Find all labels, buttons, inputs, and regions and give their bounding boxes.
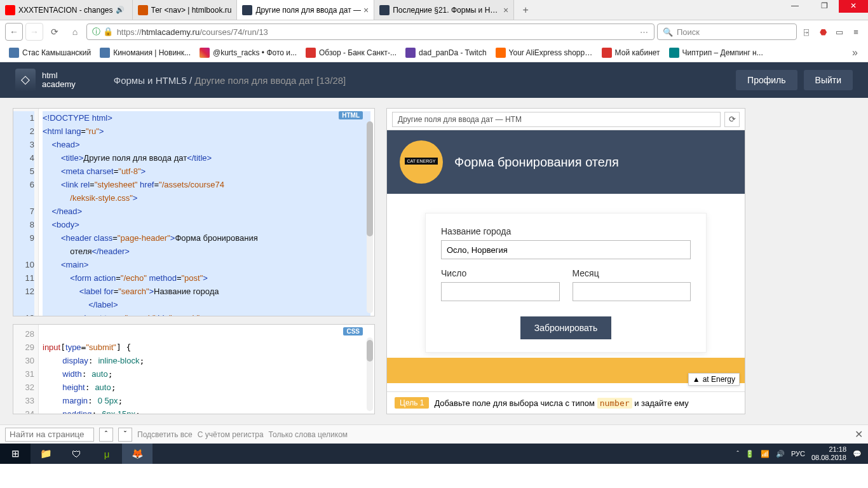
site-icon bbox=[138, 5, 148, 15]
clock[interactable]: 21:18 08.08.2018 bbox=[811, 445, 846, 462]
highlight-all-option[interactable]: Подсветить все bbox=[137, 430, 193, 439]
submit-button[interactable]: Забронировать bbox=[520, 316, 611, 339]
breadcrumb-section[interactable]: Формы и HTML5 bbox=[114, 75, 187, 86]
tab-label: XXXTENTACION - changes bbox=[18, 6, 113, 15]
back-button[interactable]: ← bbox=[5, 23, 23, 41]
code-area[interactable]: input[type="submit"] { display: inline-b… bbox=[39, 325, 374, 414]
bookmarks-overflow-icon[interactable]: » bbox=[847, 47, 863, 58]
cat-energy-logo bbox=[400, 140, 443, 184]
find-bar: ˆ ˇ Подсветить все С учётом регистра Тол… bbox=[0, 424, 868, 444]
find-input[interactable] bbox=[5, 428, 94, 442]
library-icon[interactable]: ⍈ bbox=[799, 25, 813, 39]
site-icon bbox=[669, 48, 679, 58]
sound-icon[interactable]: 🔊 bbox=[116, 6, 125, 14]
site-icon bbox=[242, 5, 252, 15]
find-close-button[interactable]: ✕ bbox=[855, 428, 863, 440]
tab-label: Другие поля для ввода дат — bbox=[255, 6, 361, 15]
menu-icon[interactable]: ≡ bbox=[849, 25, 863, 39]
month-input[interactable] bbox=[573, 282, 691, 301]
browser-tab[interactable]: XXXTENTACION - changes 🔊 bbox=[0, 0, 133, 20]
breadcrumb: Формы и HTML5 / Другие поля для ввода да… bbox=[114, 75, 346, 86]
bookmark-item[interactable]: Стас Камышанский bbox=[5, 46, 95, 59]
tray-chevron-icon[interactable]: ˆ bbox=[736, 450, 739, 458]
bookmark-item[interactable]: Your AliExpress shoppi... bbox=[492, 46, 597, 59]
bookmark-item[interactable]: dad_panDa - Twitch bbox=[402, 46, 491, 59]
address-input[interactable]: ⓘ 🔒 https://htmlacademy.ru/courses/74/ru… bbox=[86, 24, 654, 40]
line-gutter: 28293031323334 bbox=[13, 325, 39, 414]
page-content: ◇ htmlacademy Формы и HTML5 / Другие пол… bbox=[0, 62, 868, 424]
bookmark-item[interactable]: @kurts_racks • Фото и... bbox=[196, 46, 301, 59]
volume-icon[interactable]: 🔊 bbox=[776, 450, 785, 458]
preview-reload-button[interactable]: ⟳ bbox=[724, 112, 740, 127]
reload-button[interactable]: ⟳ bbox=[46, 23, 64, 41]
bookmark-item[interactable]: Обзор - Банк Санкт-... bbox=[302, 46, 400, 59]
info-icon[interactable]: ⓘ 🔒 bbox=[92, 26, 113, 37]
notifications-icon[interactable]: 💬 bbox=[853, 450, 862, 458]
address-bar-row: ← → ⟳ ⌂ ⓘ 🔒 https://htmlacademy.ru/cours… bbox=[0, 20, 868, 43]
match-case-option[interactable]: С учётом регистра bbox=[198, 430, 264, 439]
sidebar-icon[interactable]: ▭ bbox=[832, 25, 846, 39]
search-icon: 🔍 bbox=[663, 27, 673, 37]
defender-button[interactable]: 🛡 bbox=[61, 444, 92, 464]
bookmarks-bar: Стас Камышанский Киномания | Новинк... @… bbox=[0, 43, 868, 62]
whole-words-option[interactable]: Только слова целиком bbox=[269, 430, 348, 439]
find-prev-button[interactable]: ˆ bbox=[99, 428, 113, 442]
aliexpress-icon bbox=[496, 48, 506, 58]
browser-tab[interactable]: Тег <nav> | htmlbook.ru bbox=[133, 0, 238, 20]
search-input[interactable]: 🔍 Поиск bbox=[657, 24, 797, 40]
chevron-up-icon: ▲ bbox=[693, 375, 700, 384]
preview-title: Форма бронирования отеля bbox=[454, 155, 619, 170]
tab-label: Последние §21. Формы и HTM bbox=[393, 6, 501, 15]
site-icon bbox=[602, 48, 612, 58]
language-indicator[interactable]: РУС bbox=[791, 450, 805, 458]
html-editor[interactable]: HTML 123456 789 101112 13 <!DOCTYPE html… bbox=[13, 108, 375, 316]
system-tray: ˆ 🔋 📶 🔊 РУС 21:18 08.08.2018 💬 bbox=[736, 445, 868, 462]
url-text: https://htmlacademy.ru/courses/74/run/13 bbox=[117, 27, 268, 37]
breadcrumb-current: Другие поля для ввода дат bbox=[194, 75, 316, 86]
city-input[interactable] bbox=[441, 240, 691, 259]
explorer-button[interactable]: 📁 bbox=[31, 444, 61, 464]
bookmark-item[interactable]: Киномания | Новинк... bbox=[96, 46, 194, 59]
month-label: Месяц bbox=[573, 268, 691, 278]
day-input[interactable] bbox=[441, 282, 560, 301]
city-label: Название города bbox=[441, 226, 691, 236]
bookmark-item[interactable]: Мой кабинет bbox=[598, 46, 664, 59]
forward-button[interactable]: → bbox=[25, 23, 43, 41]
css-editor[interactable]: CSS 28293031323334 input[type="submit"] … bbox=[13, 324, 375, 414]
battery-icon[interactable]: 🔋 bbox=[745, 450, 754, 458]
close-button[interactable]: ✕ bbox=[839, 0, 868, 13]
vk-icon bbox=[9, 48, 19, 58]
start-button[interactable]: ⊞ bbox=[0, 444, 31, 464]
browser-tab-active[interactable]: Другие поля для ввода дат — × bbox=[237, 0, 374, 20]
booking-form: Название города Число Месяц bbox=[425, 213, 707, 353]
shield-icon: ◇ bbox=[15, 69, 36, 92]
home-button[interactable]: ⌂ bbox=[66, 23, 84, 41]
tab-close-icon[interactable]: × bbox=[363, 5, 369, 15]
scrollbar[interactable] bbox=[367, 337, 373, 411]
code-area[interactable]: <!DOCTYPE html><html lang="ru"> <head> <… bbox=[39, 109, 374, 316]
maximize-button[interactable]: ❐ bbox=[810, 0, 839, 13]
utorrent-button[interactable]: μ bbox=[92, 444, 122, 464]
minimize-button[interactable]: — bbox=[780, 0, 810, 13]
new-tab-button[interactable]: + bbox=[514, 0, 537, 20]
search-placeholder: Поиск bbox=[677, 27, 700, 37]
adblock-icon[interactable]: ⬣ bbox=[816, 25, 830, 39]
profile-button[interactable]: Профиль bbox=[736, 70, 797, 90]
preview-address[interactable]: Другие поля для ввода дат — HTM bbox=[392, 112, 721, 127]
scrollbar[interactable] bbox=[367, 121, 373, 313]
wifi-icon[interactable]: 📶 bbox=[761, 450, 770, 458]
find-next-button[interactable]: ˇ bbox=[118, 428, 132, 442]
site-icon bbox=[379, 5, 390, 15]
logout-button[interactable]: Выйти bbox=[804, 70, 853, 90]
browser-tab[interactable]: Последние §21. Формы и HTM × bbox=[374, 0, 514, 20]
firefox-button[interactable]: 🦊 bbox=[122, 444, 153, 464]
url-menu-icon[interactable]: ⋯ bbox=[640, 27, 649, 37]
day-label: Число bbox=[441, 268, 560, 278]
htmlacademy-header: ◇ htmlacademy Формы и HTML5 / Другие пол… bbox=[0, 62, 868, 98]
scroll-to-top-button[interactable]: ▲at Energy bbox=[688, 373, 740, 386]
line-gutter: 123456 789 101112 13 bbox=[13, 109, 39, 316]
htmlacademy-logo[interactable]: ◇ htmlacademy bbox=[15, 69, 76, 92]
css-badge: CSS bbox=[343, 327, 363, 336]
tab-close-icon[interactable]: × bbox=[503, 5, 508, 15]
bookmark-item[interactable]: Чиптрип – Демпинг н... bbox=[665, 46, 767, 59]
